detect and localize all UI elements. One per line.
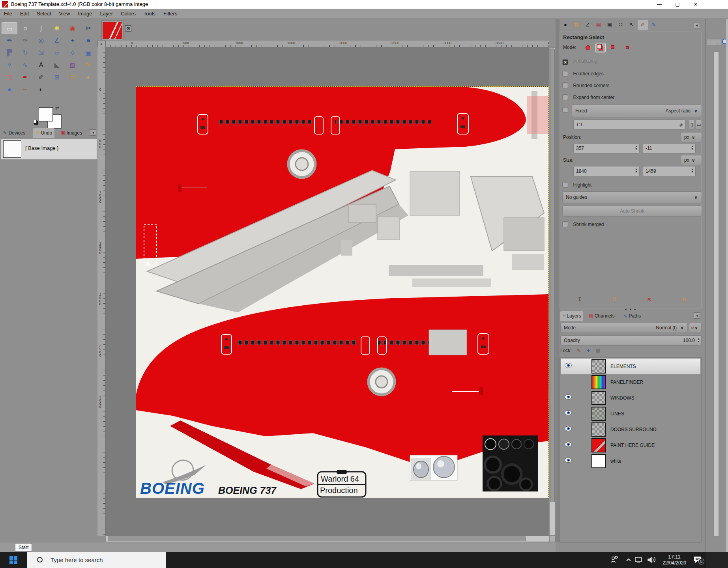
- minimize-button[interactable]: —: [650, 0, 668, 9]
- select-by-color-tool[interactable]: ◉: [65, 22, 80, 34]
- menu-item-edit[interactable]: Edit: [16, 9, 33, 19]
- rotate-tool[interactable]: ↻: [17, 47, 33, 59]
- fixed-checkbox[interactable]: [562, 107, 568, 113]
- layers-tab[interactable]: ≡ Layers: [560, 311, 583, 321]
- position-x-input[interactable]: 357 ▲▼: [573, 143, 640, 153]
- rounded-corners-checkbox[interactable]: [562, 82, 568, 88]
- swap-colors-icon[interactable]: ⇄: [55, 106, 59, 111]
- collapse-layers-dock-icon[interactable]: ◂: [694, 312, 700, 319]
- measure-tool[interactable]: ∠: [49, 34, 65, 47]
- navigation-button[interactable]: [549, 536, 556, 542]
- clock[interactable]: 17:11 22/04/2020: [656, 553, 693, 567]
- visibility-eye-icon[interactable]: [565, 426, 572, 431]
- aspect-ratio-input[interactable]: 1:1 ◈: [573, 120, 685, 130]
- expand-from-center-checkbox[interactable]: [562, 94, 568, 100]
- layer-thumbnail[interactable]: [591, 375, 606, 389]
- color-picker-tool[interactable]: ✑: [17, 34, 33, 47]
- menu-item-tools[interactable]: Tools: [140, 9, 159, 19]
- patterns-tab-icon[interactable]: ▥: [571, 20, 582, 30]
- align-tool[interactable]: ≡: [80, 34, 96, 47]
- search-box[interactable]: Type here to search: [27, 552, 166, 568]
- collapse-left-dock-icon[interactable]: ◂: [90, 129, 96, 136]
- show-desktop-button[interactable]: [706, 552, 728, 568]
- paths-tab[interactable]: ∿ Paths: [621, 311, 643, 321]
- visibility-eye-icon[interactable]: [565, 458, 572, 463]
- layer-row[interactable]: ELEMENTS: [561, 359, 700, 374]
- 3d-transform-tool[interactable]: ▣: [80, 47, 96, 59]
- cage-transform-tool[interactable]: ✧: [2, 59, 17, 71]
- feather-edges-checkbox[interactable]: [562, 71, 568, 77]
- close-button[interactable]: ✕: [687, 0, 705, 9]
- restore-tool-preset-button[interactable]: ↺: [610, 295, 618, 303]
- scale-tool[interactable]: ⇲: [33, 47, 49, 59]
- mode-add-button[interactable]: [595, 43, 606, 52]
- legacy-mode-toggle[interactable]: ✑∨: [689, 323, 702, 333]
- default-colors-icon[interactable]: [33, 120, 37, 123]
- layer-row[interactable]: white: [561, 453, 700, 469]
- start-button[interactable]: [0, 552, 27, 568]
- mode-subtract-button[interactable]: [608, 43, 618, 52]
- collapse-right-dock-icon[interactable]: ◂: [694, 22, 700, 28]
- channels-tab[interactable]: ▤ Channels: [586, 311, 617, 321]
- menu-item-view[interactable]: View: [55, 9, 74, 19]
- image-tab[interactable]: [101, 21, 124, 40]
- perspective-clone-tool[interactable]: ⊡: [65, 71, 80, 83]
- images-tab[interactable]: ▣ Images: [58, 128, 84, 138]
- visibility-eye-icon[interactable]: [565, 410, 572, 415]
- canvas-image[interactable]: BOEING BOEING 737 Warlord 64 Production: [136, 87, 548, 498]
- layer-row[interactable]: DOORS SURROUND: [561, 422, 700, 437]
- visibility-eye-icon[interactable]: [565, 442, 572, 447]
- spinner-icons[interactable]: ▲▼: [690, 168, 694, 173]
- layer-thumbnail[interactable]: [591, 454, 606, 468]
- tool-options-tab-icon[interactable]: ✐: [638, 20, 648, 30]
- scissors-select-tool[interactable]: ✂: [80, 22, 96, 34]
- move-tool[interactable]: +: [65, 34, 80, 47]
- tray-icons[interactable]: [609, 555, 657, 566]
- spinner-icons[interactable]: ▲▼: [634, 145, 638, 150]
- pencil-tool[interactable]: ✎: [80, 59, 96, 71]
- heal-tool[interactable]: ＋: [80, 71, 96, 83]
- close-image-tab-icon[interactable]: ⊠: [125, 25, 131, 32]
- menu-item-filters[interactable]: Filters: [159, 9, 181, 19]
- fonts-tab-icon[interactable]: Z: [582, 20, 593, 30]
- size-unit-combo[interactable]: px∨: [681, 155, 702, 165]
- antialiasing-checkbox[interactable]: ✕: [562, 59, 568, 65]
- spinner-icons[interactable]: ▲▼: [634, 168, 638, 173]
- reset-tool-options-button[interactable]: ↻: [680, 295, 688, 303]
- handle-transform-tool[interactable]: ◊: [65, 47, 80, 59]
- strip-scrollbar[interactable]: [713, 51, 719, 536]
- rectangle-select-tool[interactable]: ▭: [2, 22, 17, 34]
- delete-tool-preset-button[interactable]: ✕: [645, 295, 653, 303]
- blur-tool[interactable]: ●: [2, 83, 17, 95]
- maximize-button[interactable]: ▢: [668, 0, 687, 9]
- layer-row[interactable]: WINDOWS: [561, 390, 700, 406]
- canvas-viewport[interactable]: BOEING BOEING 737 Warlord 64 Production: [106, 47, 549, 536]
- ellipse-select-tool[interactable]: ○: [17, 22, 33, 34]
- layer-row[interactable]: PAINT HERE GUIDE: [561, 437, 700, 453]
- crop-tool[interactable]: ▛: [2, 47, 17, 59]
- spinner-icons[interactable]: ▲▼: [690, 145, 694, 150]
- size-height-input[interactable]: 1459 ▲▼: [643, 166, 696, 176]
- eraser-tool[interactable]: ◫: [2, 71, 17, 83]
- title-bar[interactable]: Boeing 737 Template.xcf-4.0 (RGB color 8…: [0, 0, 728, 9]
- visibility-eye-icon[interactable]: [565, 394, 572, 400]
- pointer-tab-icon[interactable]: ↖: [627, 20, 637, 30]
- save-tool-preset-button[interactable]: ↧: [576, 295, 584, 303]
- devices-tab[interactable]: ✎ Devices: [1, 128, 28, 138]
- lock-alpha-icon[interactable]: ▦: [596, 348, 600, 353]
- free-select-tool[interactable]: ʃ: [33, 22, 49, 34]
- fixed-aspect-combo[interactable]: Fixed Aspect ratio ∨: [572, 105, 702, 117]
- clear-icon[interactable]: ◈: [679, 120, 683, 129]
- fuzzy-select-tool[interactable]: ✱: [49, 22, 65, 34]
- layer-thumbnail[interactable]: [591, 422, 606, 437]
- layer-thumbnail[interactable]: [591, 407, 606, 421]
- layer-row[interactable]: PANELFINDER: [561, 374, 700, 390]
- lock-position-icon[interactable]: +: [587, 348, 590, 353]
- ink-tool[interactable]: ✒: [17, 71, 33, 83]
- guides-combo[interactable]: No guides ∨: [562, 191, 702, 203]
- portrait-orientation-button[interactable]: ▯: [689, 120, 695, 130]
- undo-tab[interactable]: ↺ Undo: [33, 128, 54, 138]
- notification-center-button[interactable]: 8: [693, 555, 705, 565]
- opacity-slider[interactable]: Opacity 100.0 ▲▼: [560, 335, 702, 346]
- dock-splitter[interactable]: [556, 19, 560, 542]
